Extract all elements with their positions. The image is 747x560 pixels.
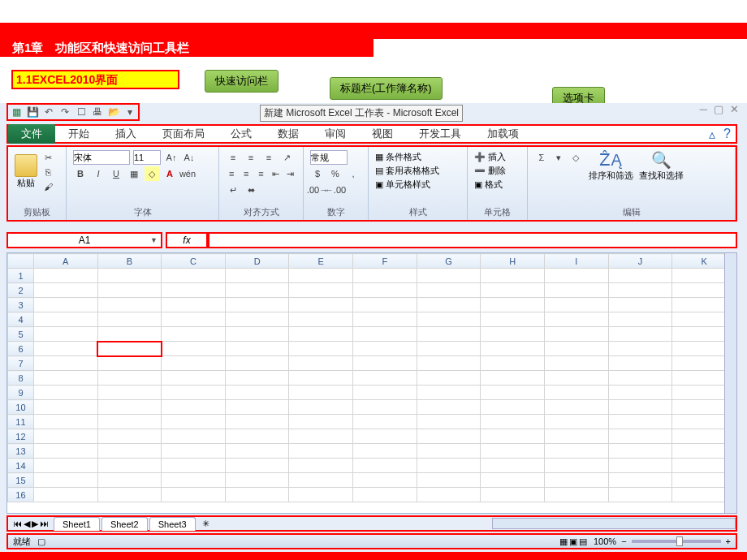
cell[interactable] [289, 429, 353, 444]
cell[interactable] [608, 386, 672, 400]
cell[interactable] [417, 459, 481, 473]
align-middle-icon[interactable]: ≡ [244, 150, 258, 165]
cell[interactable] [33, 327, 97, 342]
row-header[interactable]: 3 [8, 298, 34, 312]
tab-home[interactable]: 开始 [55, 124, 102, 144]
cell[interactable] [608, 342, 672, 356]
cell[interactable] [608, 459, 672, 473]
cell[interactable] [545, 269, 609, 283]
cell[interactable] [33, 386, 97, 400]
cell[interactable] [353, 488, 417, 502]
new-icon[interactable]: ☐ [75, 106, 88, 118]
row-header[interactable]: 11 [8, 415, 34, 429]
cell[interactable] [33, 415, 97, 429]
cell[interactable] [608, 429, 672, 444]
cell[interactable] [97, 415, 162, 429]
tab-addin[interactable]: 加载项 [474, 124, 532, 144]
column-header[interactable]: J [608, 254, 672, 269]
zoom-slider[interactable] [632, 540, 721, 543]
cell[interactable] [162, 356, 226, 371]
cell[interactable] [545, 298, 609, 312]
cell[interactable] [481, 459, 545, 473]
cell[interactable] [33, 488, 97, 502]
cell[interactable] [353, 459, 417, 473]
cell[interactable] [162, 415, 226, 429]
cell[interactable] [162, 473, 226, 488]
cell[interactable] [417, 386, 481, 400]
cell[interactable] [162, 488, 226, 502]
cell[interactable] [289, 415, 353, 429]
row-header[interactable]: 12 [8, 429, 34, 444]
paste-button[interactable]: 粘贴 [15, 154, 37, 190]
cell[interactable] [289, 400, 353, 415]
cell[interactable] [97, 488, 162, 502]
fill-icon[interactable]: ▾ [551, 151, 566, 166]
row-header[interactable]: 1 [8, 269, 34, 283]
cell[interactable] [353, 283, 417, 298]
sheet-tab-3[interactable]: Sheet3 [149, 517, 196, 531]
cell[interactable] [33, 298, 97, 312]
font-size-select[interactable] [133, 150, 161, 165]
wrap-text-icon[interactable]: ↵ [226, 183, 240, 197]
cell[interactable] [97, 400, 162, 415]
tab-formula[interactable]: 公式 [218, 124, 265, 144]
cell[interactable] [353, 415, 417, 429]
save-icon[interactable]: 💾 [26, 106, 39, 118]
align-top-icon[interactable]: ≡ [226, 150, 240, 165]
cell[interactable] [353, 298, 417, 312]
sheet-first-icon[interactable]: ⏮ [13, 519, 22, 529]
comma-icon[interactable]: , [346, 166, 361, 181]
row-header[interactable]: 6 [8, 342, 34, 356]
cell[interactable] [545, 488, 609, 502]
cell[interactable] [33, 342, 97, 356]
cell[interactable] [417, 488, 481, 502]
cell[interactable] [545, 429, 609, 444]
cell[interactable] [481, 488, 545, 502]
cell[interactable] [225, 342, 289, 356]
row-header[interactable]: 8 [8, 371, 34, 386]
cell[interactable] [97, 444, 162, 459]
cell[interactable] [608, 400, 672, 415]
cell[interactable] [545, 400, 609, 415]
vertical-scrollbar[interactable] [724, 252, 737, 514]
zoom-percent[interactable]: 100% [594, 536, 616, 546]
cell[interactable] [417, 429, 481, 444]
minimize-icon[interactable]: ─ [700, 103, 707, 115]
row-header[interactable]: 13 [8, 444, 34, 459]
cell[interactable] [289, 488, 353, 502]
tab-file[interactable]: 文件 [8, 124, 55, 144]
cell[interactable] [417, 312, 481, 327]
cell[interactable] [33, 269, 97, 283]
column-header[interactable]: G [417, 254, 481, 269]
cell[interactable] [289, 459, 353, 473]
cell[interactable] [545, 473, 609, 488]
format-painter-icon[interactable]: 🖌 [41, 179, 55, 194]
orientation-icon[interactable]: ↗ [279, 150, 294, 165]
cell[interactable] [481, 400, 545, 415]
cell[interactable] [289, 473, 353, 488]
conditional-format-button[interactable]: ▦条件格式 [375, 151, 460, 163]
sheet-nav-controls[interactable]: ⏮ ◀ ▶ ⏭ [8, 519, 54, 529]
cell[interactable] [225, 415, 289, 429]
open-icon[interactable]: 📂 [107, 106, 120, 118]
name-box-dropdown-icon[interactable]: ▼ [150, 236, 158, 244]
bold-button[interactable]: B [73, 166, 88, 181]
ribbon-minimize-icon[interactable]: ▵ [709, 127, 715, 142]
cell[interactable] [225, 298, 289, 312]
phonetic-icon[interactable]: wén [180, 166, 195, 181]
print-preview-icon[interactable]: 🖶 [91, 106, 104, 118]
cell[interactable] [608, 269, 672, 283]
cell[interactable] [545, 327, 609, 342]
column-header[interactable]: A [33, 254, 97, 269]
row-header[interactable]: 4 [8, 312, 34, 327]
cell[interactable] [608, 444, 672, 459]
cell[interactable] [417, 444, 481, 459]
cell[interactable] [545, 386, 609, 400]
align-bottom-icon[interactable]: ≡ [261, 150, 276, 165]
zoom-thumb[interactable] [676, 536, 683, 546]
column-header[interactable]: D [225, 254, 289, 269]
cell[interactable] [225, 473, 289, 488]
cell[interactable] [97, 459, 162, 473]
cell[interactable] [33, 444, 97, 459]
cell[interactable] [289, 444, 353, 459]
